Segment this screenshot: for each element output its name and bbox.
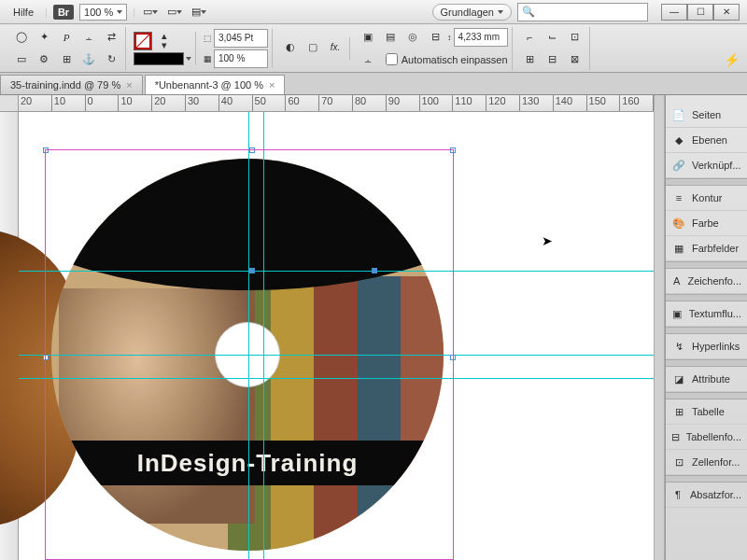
maximize-button[interactable]: ☐	[687, 4, 713, 21]
panel-icon: 📄	[671, 107, 686, 122]
panel-icon: ⊡	[671, 455, 686, 469]
text-wrap-1-icon[interactable]: ▣	[358, 27, 378, 48]
text-wrap-3-icon[interactable]: ◎	[402, 27, 423, 48]
panel-icon: ▣	[671, 306, 684, 321]
panel-icon: ◆	[671, 133, 686, 147]
close-button[interactable]: ✕	[713, 4, 740, 21]
stroke-weight-input[interactable]: 3,045 Pt	[214, 29, 268, 48]
ruler-origin[interactable]	[0, 95, 19, 112]
panel-icon: 🎨	[671, 216, 686, 231]
effects-icon[interactable]: ◐	[280, 37, 301, 58]
panel-label: Absatzfor...	[690, 489, 741, 500]
screen-mode-icon[interactable]: ▭	[141, 3, 160, 21]
tool-distribute-icon[interactable]: ⫠	[78, 27, 99, 48]
close-icon[interactable]: ×	[126, 79, 132, 91]
panel-item-seiten[interactable]: 📄Seiten	[666, 103, 747, 128]
text-wrap-4-icon[interactable]: ⊟	[425, 27, 445, 48]
ruler-tick: 60	[286, 95, 319, 111]
panel-item-zeichenfo[interactable]: AZeichenfo...	[666, 269, 747, 294]
panel-item-farbe[interactable]: 🎨Farbe	[666, 211, 747, 236]
panel-item-attribute[interactable]: ◪Attribute	[666, 367, 747, 392]
ruler-tick: 140	[554, 95, 587, 111]
ruler-tick: 150	[587, 95, 621, 111]
tool-ellipse-icon[interactable]: ◯	[11, 27, 32, 48]
panel-label: Textumflu...	[689, 308, 741, 319]
close-icon[interactable]: ×	[269, 79, 275, 91]
wrap-jump-icon[interactable]: ⫠	[358, 49, 378, 70]
disc-portrait	[59, 288, 255, 524]
tab-doc-1[interactable]: 35-training.indd @ 79 %×	[0, 75, 143, 94]
corner-6-icon[interactable]: ⊠	[565, 49, 585, 70]
disc-stripes	[228, 276, 444, 551]
panel-icon: ⊞	[671, 404, 686, 419]
corner-1-icon[interactable]: ⌐	[520, 27, 541, 48]
corner-5-icon[interactable]: ⊟	[543, 49, 563, 70]
panel-collapse-strip[interactable]	[654, 95, 665, 560]
ruler-horizontal[interactable]: 2010010203040506070809010011012013014015…	[19, 95, 654, 112]
panel-icon: ⊟	[671, 429, 681, 444]
ruler-tick: 110	[453, 95, 486, 111]
tool-gear-icon[interactable]: ⚙	[34, 49, 54, 70]
tool-anchor-icon[interactable]: ⚓	[78, 49, 99, 70]
panel-label: Ebenen	[692, 134, 727, 146]
fx-icon[interactable]: fx.	[325, 37, 345, 58]
panel-item-textumflu[interactable]: ▣Textumflu...	[666, 301, 747, 327]
panel-item-hyperlinks[interactable]: ↯Hyperlinks	[666, 334, 747, 359]
corner-2-icon[interactable]: ⌙	[543, 27, 563, 48]
panel-label: Verknüpf...	[692, 160, 741, 171]
panel-item-absatzfor[interactable]: ¶Absatzfor...	[666, 483, 747, 508]
disc-center-hole	[215, 322, 280, 387]
search-input[interactable]: 🔍	[517, 3, 648, 21]
quick-apply-icon[interactable]: ⚡	[724, 52, 740, 67]
panel-label: Hyperlinks	[692, 341, 740, 352]
tool-star-icon[interactable]: ✦	[34, 27, 54, 48]
gap-input[interactable]: 4,233 mm	[454, 28, 508, 47]
panel-icon: ▦	[671, 241, 686, 256]
ruler-tick: 20	[19, 95, 52, 111]
view-options-icon[interactable]: ▤	[190, 3, 208, 21]
panel-item-tabelle[interactable]: ⊞Tabelle	[666, 399, 747, 425]
panel-label: Zeichenfo...	[688, 275, 741, 287]
canvas[interactable]: 2010010203040506070809010011012013014015…	[0, 95, 654, 560]
auto-fit-check[interactable]: Automatisch einpassen	[386, 53, 508, 65]
corner-4-icon[interactable]: ⊞	[520, 49, 541, 70]
disc-artwork[interactable]: InDesign-Training	[51, 159, 444, 551]
corner-3-icon[interactable]: ⊡	[565, 27, 585, 48]
fill-swatch[interactable]	[134, 52, 184, 65]
panel-icon: ≡	[671, 190, 686, 205]
panel-item-verknpf[interactable]: 🔗Verknüpf...	[666, 153, 747, 178]
control-toolbar: ◯ ✦ P ⫠ ⇄ ▭ ⚙ ⊞ ⚓ ↻ ▴ ▾ ⬚ 3,045	[0, 24, 747, 73]
zoom-select[interactable]: 100 %	[79, 4, 127, 21]
tool-rect-icon[interactable]: ▭	[11, 49, 32, 70]
tool-rotate-icon[interactable]: ↻	[101, 49, 121, 70]
stroke-swatch[interactable]	[134, 32, 152, 50]
text-wrap-2-icon[interactable]: ▤	[380, 27, 401, 48]
cursor-icon: ➤	[542, 233, 553, 248]
ruler-tick: 100	[420, 95, 454, 111]
panel-item-tabellenfo[interactable]: ⊟Tabellenfo...	[666, 425, 747, 450]
ruler-tick: 50	[253, 95, 287, 111]
tool-letter-icon[interactable]: P	[56, 27, 77, 48]
tool-flip-icon[interactable]: ⇄	[101, 27, 121, 48]
workspace-select[interactable]: Grundlagen	[432, 4, 513, 21]
ruler-tick: 160	[620, 95, 654, 111]
panel-item-ebenen[interactable]: ◆Ebenen	[666, 128, 747, 153]
search-icon: 🔍	[522, 6, 535, 18]
minimize-button[interactable]: —	[661, 4, 687, 21]
menu-help[interactable]: Hilfe	[7, 5, 39, 20]
ruler-tick: 90	[387, 95, 420, 111]
panel-label: Seiten	[692, 109, 721, 120]
panel-dock: 📄Seiten◆Ebenen🔗Verknüpf...≡Kontur🎨Farbe▦…	[665, 95, 747, 560]
tool-grid-icon[interactable]: ⊞	[56, 49, 77, 70]
bridge-button[interactable]: Br	[53, 5, 74, 20]
panel-icon: ↯	[671, 339, 686, 354]
opacity-input[interactable]: 100 %	[214, 49, 268, 68]
panel-icon: ¶	[671, 487, 684, 502]
panel-item-zellenfor[interactable]: ⊡Zellenfor...	[666, 450, 747, 475]
arrange-icon[interactable]: ▭	[165, 3, 184, 21]
panel-item-farbfelder[interactable]: ▦Farbfelder	[666, 236, 747, 261]
panel-item-kontur[interactable]: ≡Kontur	[666, 186, 747, 211]
drop-shadow-icon[interactable]: ▢	[303, 37, 323, 58]
stroke-down-icon[interactable]: ▾	[154, 41, 175, 50]
tab-doc-2[interactable]: *Unbenannt-3 @ 100 %×	[145, 75, 286, 94]
